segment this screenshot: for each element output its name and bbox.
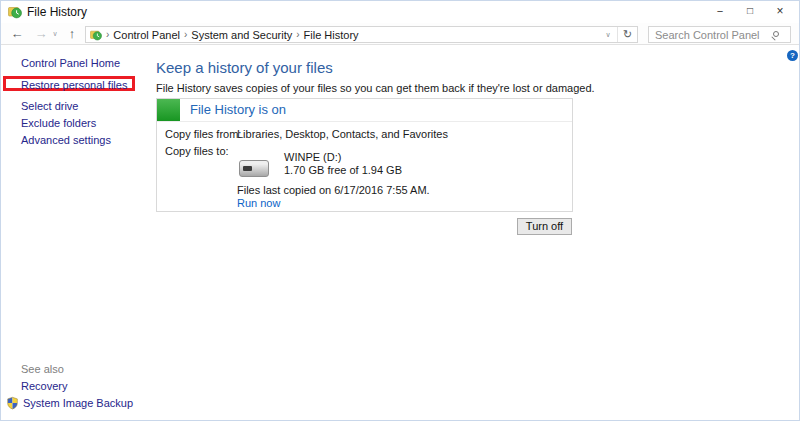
status-panel-header: File History is on [157,99,572,122]
breadcrumb-separator-icon: › [292,29,303,40]
search-box[interactable] [648,26,791,43]
drive-space: 1.70 GB free of 1.94 GB [284,164,402,176]
page-description: File History saves copies of your files … [156,82,595,94]
see-also-label: See also [21,363,64,375]
file-history-app-icon [8,5,22,19]
address-dropdown-icon[interactable]: ∨ [599,31,617,39]
maximize-button[interactable]: □ [735,1,765,23]
run-now-link[interactable]: Run now [237,197,280,209]
close-button[interactable]: × [765,1,795,23]
search-icon[interactable] [773,31,779,37]
help-button[interactable]: ? [787,50,798,61]
refresh-icon[interactable]: ↻ [617,27,637,42]
minimize-button[interactable]: − [705,1,735,23]
title-bar: File History − □ × [1,1,799,23]
breadcrumb-separator-icon: › [102,29,113,40]
breadcrumb-item-system-and-security[interactable]: System and Security [191,29,292,41]
copy-to-label: Copy files to: [165,145,229,157]
sidebar-item-restore-personal-files[interactable]: Restore personal files [21,79,127,91]
sidebar-item-control-panel-home[interactable]: Control Panel Home [21,57,120,69]
copy-from-value: Libraries, Desktop, Contacts, and Favori… [237,128,448,140]
file-history-status-panel: File History is on Copy files from: Libr… [156,98,573,212]
window-title: File History [27,1,87,23]
breadcrumb-item-control-panel[interactable]: Control Panel [113,29,180,41]
sidebar-item-recovery[interactable]: Recovery [21,380,67,392]
recent-pages-dropdown-icon[interactable]: ∨ [49,23,61,45]
status-on-indicator [157,99,180,121]
copy-from-label: Copy files from: [165,128,241,140]
sidebar-item-select-drive[interactable]: Select drive [21,100,78,112]
navigation-toolbar: ← → ∨ ↑ › Control Panel › System and Sec… [1,23,799,45]
drive-name: WINPE (D:) [284,151,341,163]
breadcrumb-item-file-history[interactable]: File History [304,29,359,41]
file-history-icon [90,29,102,41]
last-copied-text: Files last copied on 6/17/2016 7:55 AM. [237,184,430,196]
sidebar-item-advanced-settings[interactable]: Advanced settings [21,134,111,146]
file-history-window: File History − □ × ← → ∨ ↑ › Control Pan… [0,0,800,421]
drive-icon [239,160,269,177]
search-input[interactable] [649,27,769,42]
sidebar-item-system-image-backup[interactable]: System Image Backup [23,397,133,409]
back-button[interactable]: ← [7,23,27,45]
page-title: Keep a history of your files [156,59,333,76]
address-bar[interactable]: › Control Panel › System and Security › … [85,26,638,43]
turn-off-button[interactable]: Turn off [517,218,572,235]
uac-shield-icon [6,396,19,410]
sidebar-item-exclude-folders[interactable]: Exclude folders [21,117,96,129]
forward-button[interactable]: → [31,23,51,45]
status-title: File History is on [190,102,286,117]
breadcrumb-separator-icon: › [180,29,191,40]
up-button[interactable]: ↑ [63,23,81,45]
